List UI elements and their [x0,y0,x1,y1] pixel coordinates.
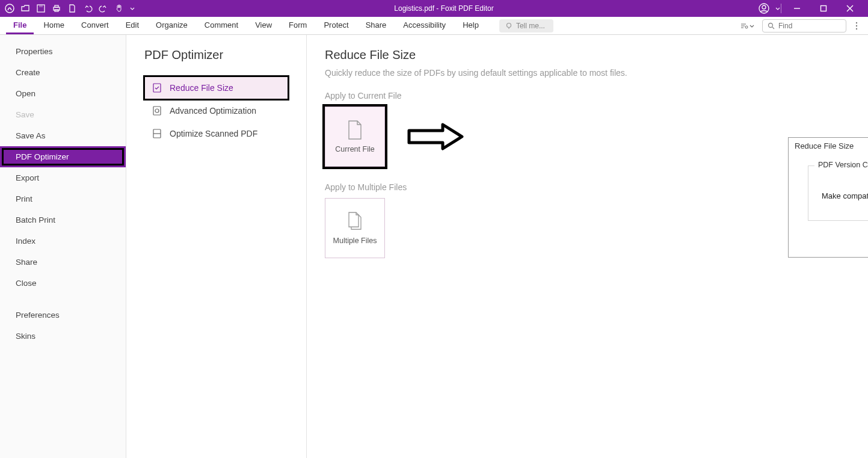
svg-point-7 [762,5,766,9]
quick-access-toolbar [5,4,135,13]
svg-rect-24 [153,107,161,115]
app-logo-icon [5,4,14,13]
dialog-title: Reduce File Size [795,141,854,150]
sidebar-item-create[interactable]: Create [0,62,126,83]
undo-icon[interactable] [83,4,93,13]
hand-tool-icon[interactable] [114,4,124,13]
svg-point-22 [856,28,857,29]
option-label: Reduce File Size [170,83,233,93]
sidebar-item-print[interactable]: Print [0,188,126,209]
qat-dropdown-icon[interactable] [130,4,135,13]
open-icon[interactable] [20,4,30,13]
tab-protect[interactable]: Protect [316,17,356,34]
optimize-scanned-icon [152,128,162,139]
search-options-button[interactable] [737,21,757,31]
sidebar-item-pdf-optimizer[interactable]: PDF Optimizer [0,146,126,167]
maximize-button[interactable] [810,0,837,17]
sidebar-item-open[interactable]: Open [0,83,126,104]
subpanel-title: PDF Optimizer [144,48,288,62]
optimizer-subpanel: PDF Optimizer Reduce File Size Advanced … [126,35,307,458]
option-label: Advanced Optimization [170,106,256,116]
sidebar-item-batch-print[interactable]: Batch Print [0,209,126,231]
svg-rect-9 [821,6,826,11]
tile-label: Multiple Files [333,237,377,245]
print-icon[interactable] [52,4,61,13]
reduce-file-size-dialog: Reduce File Size PDF Version Compatibili… [788,137,868,258]
reduce-size-icon [152,82,162,93]
sidebar-item-index[interactable]: Index [0,231,126,252]
tell-me-search[interactable]: Tell me... [499,19,553,32]
close-window-button[interactable] [837,0,863,17]
svg-point-17 [745,26,748,28]
tile-label: Current File [335,145,374,153]
tab-share[interactable]: Share [359,17,394,34]
advanced-optimization-icon [152,105,162,116]
option-reduce-file-size[interactable]: Reduce File Size [144,76,288,99]
option-advanced-optimization[interactable]: Advanced Optimization [144,99,288,122]
tab-help[interactable]: Help [455,17,486,34]
sidebar-item-properties[interactable]: Properties [0,41,126,62]
svg-point-25 [155,109,159,113]
ribbon-overflow-button[interactable] [851,21,862,31]
content-title: Reduce File Size [325,48,850,62]
window-title: Logistics.pdf - Foxit PDF Editor [135,4,753,13]
tab-convert[interactable]: Convert [74,17,116,34]
group-legend: PDF Version Compatibility [814,161,868,169]
svg-rect-4 [55,5,58,7]
arrow-annotation-icon [407,120,464,153]
svg-point-0 [5,4,14,13]
account-icon[interactable] [753,3,775,14]
tile-current-file[interactable]: Current File [325,107,385,167]
sidebar-item-save: Save [0,104,126,125]
svg-point-12 [506,23,511,27]
tab-organize[interactable]: Organize [149,17,195,34]
tab-edit[interactable]: Edit [119,17,146,34]
tab-view[interactable]: View [248,17,279,34]
account-dropdown-icon[interactable] [775,4,781,13]
option-label: Optimize Scanned PDF [170,129,257,138]
tell-me-placeholder: Tell me... [516,22,545,30]
sidebar-item-save-as[interactable]: Save As [0,125,126,146]
tab-form[interactable]: Form [282,17,314,34]
sidebar-item-share[interactable]: Share [0,252,126,273]
ribbon-tabs: File Home Convert Edit Organize Comment … [0,17,868,35]
tab-file[interactable]: File [6,17,34,34]
svg-rect-2 [39,5,43,7]
option-optimize-scanned[interactable]: Optimize Scanned PDF [144,122,288,145]
svg-point-18 [769,23,773,27]
sidebar-item-preferences[interactable]: Preferences [0,305,126,326]
separator [781,4,781,13]
svg-line-19 [772,27,774,29]
compatibility-group: PDF Version Compatibility Make compatibl… [808,166,868,221]
sidebar-separator [0,294,126,305]
backstage-view: Properties Create Open Save Save As PDF … [0,35,868,458]
documents-icon [346,211,363,232]
window-controls [784,0,863,17]
dialog-titlebar: Reduce File Size [789,138,868,155]
sidebar-item-skins[interactable]: Skins [0,326,126,347]
compatibility-label: Make compatible with: [822,191,868,200]
sidebar-item-export[interactable]: Export [0,167,126,188]
file-sidebar: Properties Create Open Save Save As PDF … [0,35,126,458]
content-description: Quickly reduce the size of PDFs by using… [325,68,850,78]
tab-accessibility[interactable]: Accessibility [396,17,453,34]
svg-point-21 [856,25,857,26]
save-icon[interactable] [36,4,46,13]
sidebar-item-close[interactable]: Close [0,273,126,294]
new-doc-icon[interactable] [67,4,77,13]
document-icon [346,120,363,140]
titlebar: Logistics.pdf - Foxit PDF Editor [0,0,868,17]
apply-multiple-label: Apply to Multiple Files [325,182,850,192]
search-icon [768,22,775,29]
svg-rect-23 [153,84,161,92]
tab-comment[interactable]: Comment [197,17,245,34]
bulb-icon [505,22,512,29]
tile-multiple-files[interactable]: Multiple Files [325,198,385,258]
optimizer-content: Reduce File Size Quickly reduce the size… [307,35,868,458]
apply-current-label: Apply to Current File [325,91,850,101]
redo-icon[interactable] [99,4,108,13]
find-input[interactable] [778,22,841,30]
tab-home[interactable]: Home [36,17,72,34]
minimize-button[interactable] [784,0,810,17]
find-box[interactable] [762,19,846,32]
